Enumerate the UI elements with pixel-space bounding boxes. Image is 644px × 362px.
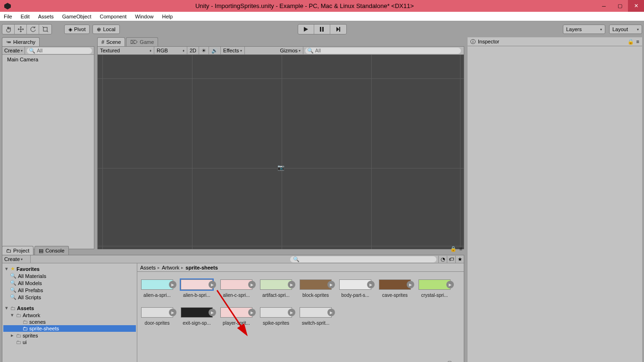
project-lock-icon[interactable]: 🔒 — [450, 246, 457, 255]
expand-icon[interactable]: ▶ — [209, 281, 216, 288]
expand-icon[interactable]: ▶ — [248, 281, 256, 288]
tree-fav-all-models[interactable]: 🔍All Models — [3, 279, 136, 286]
effects-dropdown[interactable]: Effects▾ — [221, 47, 244, 54]
project-create-dropdown[interactable]: Create▾ — [2, 255, 31, 263]
project-search-input[interactable]: 🔍 — [290, 256, 436, 262]
asset-item[interactable]: ▶artifact-spri... — [259, 279, 293, 298]
minimize-button[interactable]: ─ — [596, 0, 612, 12]
camera-gizmo-icon[interactable]: 📷 — [277, 164, 284, 171]
expand-icon[interactable]: ▶ — [407, 281, 414, 288]
game-tab[interactable]: ⌦Game — [126, 37, 158, 46]
asset-label: player-sprit... — [219, 320, 253, 326]
console-tab[interactable]: ▤Console — [34, 246, 68, 255]
tree-fav-all-prefabs[interactable]: 🔍All Prefabs — [3, 286, 136, 294]
expand-icon[interactable]: ▶ — [288, 309, 295, 316]
menu-component[interactable]: Component — [98, 13, 128, 20]
project-tab[interactable]: 🗀Project — [2, 246, 33, 255]
menu-assets[interactable]: Assets — [36, 13, 56, 20]
local-toggle-button[interactable]: ⊕ Local — [92, 25, 119, 34]
gizmos-dropdown[interactable]: Gizmos▾ — [278, 47, 303, 54]
inspector-menu-icon[interactable]: ≡ — [636, 39, 639, 44]
asset-item[interactable]: ▶crystal-spri... — [418, 279, 452, 298]
asset-label: body-part-s... — [338, 293, 372, 298]
expand-icon[interactable]: ▶ — [288, 281, 295, 288]
render-dropdown[interactable]: RGB♦ — [154, 47, 187, 54]
layout-dropdown[interactable]: Layout▾ — [609, 25, 642, 34]
asset-item[interactable]: ▶cave-sprites — [378, 279, 412, 298]
filter-by-label-button[interactable]: 🏷 — [447, 256, 455, 263]
asset-item[interactable]: ▶spike-sprites — [259, 307, 293, 326]
tree-assets[interactable]: ▾🗀Assets — [3, 304, 136, 311]
mode2d-toggle[interactable]: 2D — [187, 47, 199, 54]
lighting-toggle[interactable]: ☀ — [199, 47, 209, 54]
tree-fav-all-scripts[interactable]: 🔍All Scripts — [3, 294, 136, 301]
asset-item[interactable]: ▶door-sprites — [140, 307, 174, 326]
project-menu-icon[interactable]: ≡ — [460, 246, 462, 255]
pause-button[interactable] — [314, 25, 330, 34]
asset-item[interactable]: ▶switch-sprit... — [299, 307, 333, 326]
menu-window[interactable]: Window — [133, 13, 155, 20]
tree-favorites[interactable]: ▾★Favorites — [3, 265, 136, 272]
pivot-toggle-button[interactable]: ◈ Pivot — [64, 25, 90, 34]
asset-item[interactable]: ▶block-sprites — [299, 279, 333, 298]
tree-sprite-sheets[interactable]: 🗀sprite-sheets — [3, 325, 136, 332]
hierarchy-create-dropdown[interactable]: Create▾ — [2, 47, 25, 54]
asset-thumbnail: ▶ — [141, 279, 173, 290]
tree-fav-all-materials[interactable]: 🔍All Materials — [3, 272, 136, 279]
menu-file[interactable]: File — [2, 13, 14, 20]
shading-dropdown[interactable]: Textured♦ — [98, 47, 154, 54]
expand-icon[interactable]: ▶ — [169, 281, 176, 288]
maximize-button[interactable]: ▢ — [612, 0, 628, 12]
hierarchy-search-input[interactable]: 🔍All — [27, 48, 92, 54]
asset-item[interactable]: ▶alien-c-spri... — [219, 279, 253, 298]
tree-sprites-label: sprites — [23, 333, 38, 338]
project-tree: ▾★Favorites 🔍All Materials 🔍All Models 🔍… — [2, 263, 137, 362]
menu-gameobject[interactable]: GameObject — [60, 13, 93, 20]
render-label: RGB — [157, 48, 168, 53]
expand-icon[interactable]: ▶ — [367, 281, 375, 288]
asset-thumbnail: ▶ — [220, 279, 252, 290]
scene-search-input[interactable]: 🔍All — [305, 48, 461, 54]
audio-toggle[interactable]: 🔊 — [209, 47, 221, 54]
expand-icon[interactable]: ▶ — [169, 309, 176, 316]
move-tool-button[interactable] — [15, 25, 27, 34]
tree-artwork[interactable]: ▾🗀Artwork — [3, 311, 136, 319]
filter-by-type-button[interactable]: ◔ — [438, 256, 447, 263]
breadcrumb-mid[interactable]: Artwork — [162, 265, 179, 270]
breadcrumb-leaf[interactable]: sprite-sheets — [185, 265, 217, 270]
save-search-button[interactable]: ★ — [455, 256, 464, 263]
asset-item[interactable]: ▶player-sprit... — [219, 307, 253, 326]
menu-help[interactable]: Help — [160, 13, 175, 20]
close-button[interactable]: ✕ — [628, 0, 644, 12]
asset-item[interactable]: ▶alien-a-spri... — [140, 279, 174, 298]
search-icon: 🔍 — [293, 256, 300, 262]
hierarchy-item-main-camera[interactable]: Main Camera — [2, 55, 94, 64]
scene-viewport[interactable]: 📷 — [98, 55, 464, 249]
rotate-tool-button[interactable] — [27, 25, 39, 34]
favorites-label: Favorites — [17, 266, 40, 272]
scale-tool-button[interactable] — [39, 25, 51, 34]
expand-icon[interactable]: ▶ — [327, 309, 335, 316]
asset-item[interactable]: ▶body-part-s... — [338, 279, 372, 298]
expand-icon[interactable]: ▶ — [209, 309, 216, 316]
tree-scenes[interactable]: 🗀scenes — [3, 319, 136, 325]
hand-tool-button[interactable] — [2, 25, 15, 34]
hierarchy-tab[interactable]: ≔Hierarchy — [2, 37, 40, 46]
menu-edit[interactable]: Edit — [19, 13, 32, 20]
tree-ui[interactable]: 🗀ui — [3, 339, 136, 345]
tree-sprites[interactable]: ▸🗀sprites — [3, 332, 136, 339]
expand-icon[interactable]: ▶ — [248, 309, 256, 316]
expand-icon[interactable]: ▶ — [327, 281, 335, 288]
lock-icon[interactable]: 🔒 — [627, 39, 634, 45]
play-button[interactable] — [298, 25, 314, 34]
folder-icon: 🗀 — [6, 248, 11, 253]
svg-marker-2 — [304, 27, 308, 32]
expand-icon[interactable]: ▶ — [446, 281, 454, 288]
asset-item[interactable]: ▶exit-sign-sp... — [180, 307, 214, 326]
breadcrumb-root[interactable]: Assets — [140, 265, 156, 270]
asset-item[interactable]: ▶alien-b-spri... — [180, 279, 214, 298]
layers-dropdown[interactable]: Layers▾ — [563, 25, 605, 34]
asset-label: block-sprites — [299, 293, 333, 298]
step-button[interactable] — [330, 25, 346, 34]
scene-tab[interactable]: #Scene — [97, 37, 125, 46]
